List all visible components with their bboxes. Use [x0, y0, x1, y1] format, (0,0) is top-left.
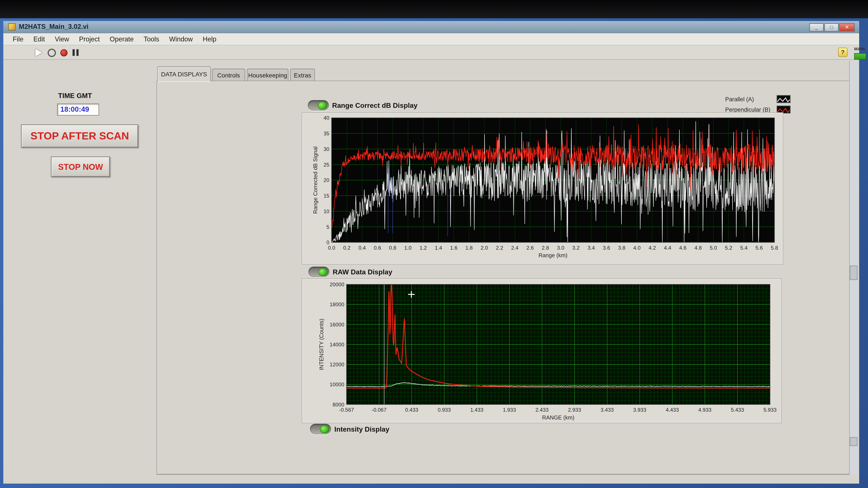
svg-text:-0.567: -0.567	[339, 407, 354, 413]
maximize-button[interactable]: □	[824, 23, 838, 31]
svg-text:2.2: 2.2	[496, 245, 503, 251]
svg-text:10000: 10000	[330, 382, 344, 387]
svg-text:2.6: 2.6	[526, 245, 534, 251]
edge-label: MAIN	[854, 46, 865, 52]
run-continuous-icon	[48, 48, 56, 57]
svg-text:4.933: 4.933	[698, 407, 712, 413]
raw-data-graph[interactable]: -0.567-0.0670.4330.9331.4331.9332.4332.9…	[302, 279, 782, 424]
abort-button[interactable]	[59, 47, 69, 58]
minimize-button[interactable]: _	[809, 23, 824, 31]
run-button[interactable]	[33, 47, 43, 58]
svg-text:20: 20	[323, 177, 330, 183]
raw-data-graph-panel: -0.567-0.0670.4330.9331.4331.9332.4332.9…	[302, 278, 782, 423]
svg-text:2.0: 2.0	[480, 245, 488, 251]
scrollbar-thumb-lower[interactable]	[850, 437, 858, 446]
svg-text:2.933: 2.933	[568, 407, 581, 413]
svg-text:2.4: 2.4	[511, 245, 519, 251]
svg-text:3.2: 3.2	[572, 245, 580, 251]
range-db-toggle[interactable]	[308, 100, 329, 110]
svg-text:-0.067: -0.067	[372, 407, 387, 413]
svg-text:RANGE (km): RANGE (km)	[542, 415, 575, 421]
context-help-button[interactable]: ?	[838, 47, 847, 57]
legend-row-parallel: Parallel (A)	[725, 95, 790, 103]
svg-text:35: 35	[323, 131, 330, 136]
svg-text:3.433: 3.433	[601, 407, 614, 413]
run-icon	[35, 48, 42, 56]
svg-text:15: 15	[323, 193, 330, 199]
svg-text:4.8: 4.8	[694, 245, 702, 251]
time-gmt-label: TIME GMT	[58, 92, 92, 100]
stop-after-scan-button[interactable]: STOP AFTER SCAN	[21, 125, 138, 148]
svg-text:Range (km): Range (km)	[538, 252, 567, 258]
svg-text:3.0: 3.0	[557, 245, 564, 251]
svg-text:3.933: 3.933	[633, 407, 646, 413]
toggle-knob	[318, 101, 327, 109]
toolbar	[3, 45, 859, 60]
stop-now-button[interactable]: STOP NOW	[51, 157, 110, 177]
tab-data-displays[interactable]: DATA DISPLAYS	[157, 66, 211, 82]
svg-text:5.8: 5.8	[771, 245, 778, 251]
svg-text:0.0: 0.0	[328, 245, 335, 251]
menu-item-operate[interactable]: Operate	[105, 33, 139, 45]
svg-text:5.6: 5.6	[755, 245, 763, 251]
svg-text:12000: 12000	[330, 362, 344, 367]
svg-text:INTENSITY (Counts): INTENSITY (Counts)	[318, 319, 324, 370]
svg-text:1.433: 1.433	[470, 407, 484, 413]
svg-text:1.2: 1.2	[420, 245, 427, 251]
svg-text:3.8: 3.8	[618, 245, 625, 251]
svg-text:1.933: 1.933	[503, 407, 516, 413]
svg-text:0.2: 0.2	[343, 245, 351, 251]
intensity-toggle-label: Intensity Display	[334, 426, 389, 433]
menu-item-help[interactable]: Help	[198, 33, 221, 45]
pause-button[interactable]	[70, 47, 81, 58]
svg-text:1.4: 1.4	[435, 245, 442, 251]
status-chip	[854, 53, 866, 60]
svg-text:0.6: 0.6	[374, 245, 381, 251]
svg-text:18000: 18000	[330, 302, 344, 307]
legend-perpendicular-label: Perpendicular (B)	[725, 106, 770, 113]
svg-text:16000: 16000	[330, 322, 344, 327]
menu-bar: File Edit View Project Operate Tools Win…	[3, 33, 859, 45]
tab-housekeeping[interactable]: Housekeeping	[247, 69, 288, 82]
svg-text:8000: 8000	[333, 402, 344, 408]
svg-text:0.433: 0.433	[405, 407, 418, 413]
menu-item-view[interactable]: View	[50, 33, 74, 45]
range-db-graph-panel: 0.00.20.40.60.81.01.21.41.61.82.02.22.42…	[302, 112, 783, 265]
title-bar[interactable]	[3, 21, 859, 33]
menu-item-window[interactable]: Window	[164, 33, 198, 45]
svg-text:4.433: 4.433	[666, 407, 679, 413]
svg-text:0: 0	[327, 239, 329, 245]
raw-data-toggle[interactable]	[308, 267, 330, 277]
svg-text:40: 40	[323, 115, 330, 121]
svg-text:3.4: 3.4	[588, 245, 595, 251]
legend-parallel-label: Parallel (A)	[725, 96, 754, 102]
svg-text:30: 30	[323, 146, 330, 152]
tab-controls[interactable]: Controls	[212, 69, 245, 82]
intensity-toggle[interactable]	[310, 424, 331, 434]
menu-item-file[interactable]: File	[8, 33, 28, 45]
svg-text:5.0: 5.0	[710, 245, 717, 251]
svg-text:4.4: 4.4	[664, 245, 671, 251]
svg-text:4.2: 4.2	[649, 245, 656, 251]
toggle-knob	[320, 425, 329, 433]
svg-text:3.6: 3.6	[603, 245, 610, 251]
monitor-bezel	[0, 0, 868, 18]
abort-icon	[60, 49, 67, 56]
svg-text:0.8: 0.8	[389, 245, 397, 251]
svg-text:4.6: 4.6	[679, 245, 687, 251]
range-db-graph[interactable]: 0.00.20.40.60.81.01.21.41.61.82.02.22.42…	[302, 113, 784, 265]
tab-extras[interactable]: Extras	[290, 69, 315, 82]
legend-parallel-swatch	[777, 95, 790, 103]
svg-text:14000: 14000	[330, 341, 344, 348]
menu-item-project[interactable]: Project	[74, 33, 104, 45]
close-button[interactable]: ✕	[839, 23, 855, 31]
svg-text:10: 10	[323, 208, 330, 214]
svg-text:5.433: 5.433	[731, 407, 744, 413]
run-continuous-button[interactable]	[46, 47, 57, 58]
svg-text:5: 5	[327, 224, 329, 230]
scrollbar-thumb[interactable]	[850, 265, 858, 280]
app-icon	[8, 23, 16, 30]
time-gmt-display: 18:00:49	[57, 103, 99, 116]
menu-item-tools[interactable]: Tools	[139, 33, 164, 45]
menu-item-edit[interactable]: Edit	[28, 33, 50, 45]
